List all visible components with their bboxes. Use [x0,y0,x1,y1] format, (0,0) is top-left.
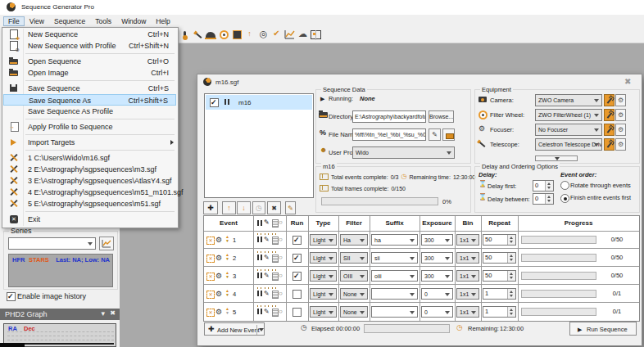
file-name-input[interactable]: %ft\%tn_%el_%bi_%su_%04 [352,128,426,141]
script-icon[interactable] [272,273,279,281]
note-icon[interactable] [279,309,283,315]
menu-item-new-sequence[interactable]: New SequenceCtrl+N [3,29,176,40]
bin-select[interactable]: 1x1 [456,252,479,264]
pause-icon[interactable] [257,291,262,296]
bin-select[interactable]: 1x1 [456,306,479,318]
note-icon[interactable] [279,291,283,297]
script-icon[interactable] [272,237,279,245]
enable-image-history-checkbox[interactable] [7,292,16,301]
filter-wheel-icon[interactable] [219,29,229,40]
camera-select[interactable]: ZWO Camera [535,94,602,106]
user-profile-select[interactable]: Wido [352,146,455,159]
menu-tools[interactable]: Tools [90,16,116,26]
menu-view[interactable]: View [25,16,49,26]
browse-button[interactable]: Browse... [429,110,454,123]
focuser-select[interactable]: No Focuser [535,124,602,136]
checklist-icon[interactable] [271,29,282,40]
suffix-input[interactable]: oiii [371,270,418,282]
bin-select[interactable]: 1x1 [456,234,479,246]
suffix-input[interactable]: ha [371,234,418,246]
filter-select[interactable]: None [340,288,368,300]
menu-item-recent-3[interactable]: 3 E:\Astrography\sgpsequences\AtlasY4.sg… [3,175,176,187]
delete-target-button[interactable] [267,201,281,214]
filter-select[interactable]: OIII [340,270,368,282]
phd2-panel-header[interactable]: PHD2 Graph [0,309,120,320]
run-checkbox[interactable] [293,308,302,317]
dialog-close-icon[interactable] [624,78,631,86]
pause-icon[interactable] [257,255,262,260]
target-settings-button[interactable] [285,201,296,214]
note-icon[interactable] [279,255,283,261]
series-select[interactable] [8,237,96,250]
camera-connect-button[interactable] [615,94,626,106]
add-event-dropdown-icon[interactable] [259,328,264,331]
menu-item-save-sequence-as-profile[interactable]: Save Sequence As Profile [3,106,176,117]
event-settings-icon[interactable] [215,255,222,262]
telescope-settings-button[interactable] [604,138,615,151]
filter-wheel-settings-button[interactable] [604,109,615,121]
exposure-input[interactable]: 300 [421,252,453,264]
repeat-stepper[interactable]: 1 [483,288,516,300]
bin-select[interactable]: 1x1 [456,288,479,300]
note-icon[interactable] [279,273,283,279]
exposure-input[interactable]: 0 [421,306,453,318]
type-select[interactable]: Light [310,252,337,264]
telescope-select[interactable]: Celestron Telescope Driver [535,138,602,151]
move-target-up-button[interactable] [222,201,236,214]
repeat-stepper[interactable]: 50 [483,270,516,282]
event-settings-icon[interactable] [215,291,222,298]
type-select[interactable]: Light [310,270,337,282]
menu-file[interactable]: File [3,16,25,26]
menu-item-recent-4[interactable]: 4 E:\Astrography\sgpsequences\m51_m101.s… [3,187,176,198]
directory-input[interactable]: E:\Astrography\backyardfotc [352,110,426,123]
delay-between-stepper[interactable]: 0 [533,193,554,205]
menu-window[interactable]: Window [116,16,151,26]
pen-icon[interactable] [264,255,270,261]
finish-events-radio[interactable] [560,194,569,203]
note-icon[interactable] [279,237,283,243]
pen-icon[interactable] [264,291,270,297]
event-reorder-icon[interactable] [225,307,229,315]
script-icon[interactable] [272,291,279,299]
phd2-close-icon[interactable] [110,310,116,317]
camera-sensor-icon[interactable] [232,29,243,40]
type-select[interactable]: Light [310,306,337,318]
exposure-input[interactable]: 300 [421,234,453,246]
suffix-input[interactable] [371,306,418,318]
pen-icon[interactable] [264,273,270,279]
move-target-down-button[interactable] [237,201,251,214]
pause-icon[interactable] [257,273,262,278]
rotate-events-radio[interactable] [560,181,569,190]
run-checkbox[interactable] [293,290,302,299]
menu-item-save-sequence[interactable]: Save SequenceCtrl+S [3,83,176,94]
menu-item-exit[interactable]: ✕Exit [3,214,176,225]
filter-select[interactable]: Ha [340,234,368,246]
equipment-collapse-button[interactable] [535,155,578,161]
target-list[interactable]: m16 [204,93,314,198]
temperature-icon[interactable] [179,29,190,40]
dome-icon[interactable] [206,29,216,40]
suffix-input[interactable] [371,288,418,300]
target-icon[interactable] [258,29,269,40]
event-reorder-icon[interactable] [225,289,229,297]
series-chart-button[interactable] [99,237,114,250]
pen-icon[interactable] [264,309,270,315]
pen-icon[interactable] [264,237,270,243]
menu-help[interactable]: Help [151,16,175,26]
run-checkbox[interactable] [293,236,302,245]
filter-select[interactable]: None [340,306,368,318]
menu-item-save-sequence-as[interactable]: Save Sequence AsCtrl+Shift+S [3,94,176,106]
event-reorder-icon[interactable] [225,253,229,261]
suffix-input[interactable]: sii [371,252,418,264]
type-select[interactable]: Light [310,234,337,246]
script-icon[interactable] [272,309,279,317]
target-list-item[interactable]: m16 [206,95,312,110]
focuser-icon[interactable] [245,29,254,38]
menu-item-recent-1[interactable]: 1 C:\Users\Wido\m16.sgf [3,152,176,164]
add-target-button[interactable] [203,201,218,214]
event-settings-icon[interactable] [215,273,222,280]
file-name-keys-button[interactable] [429,128,441,141]
repeat-stepper[interactable]: 50 [483,252,516,264]
telescope-connect-button[interactable] [615,138,626,151]
menu-item-new-sequence-with-profile[interactable]: New Sequence with ProfileCtrl+Shift+N [3,40,176,52]
